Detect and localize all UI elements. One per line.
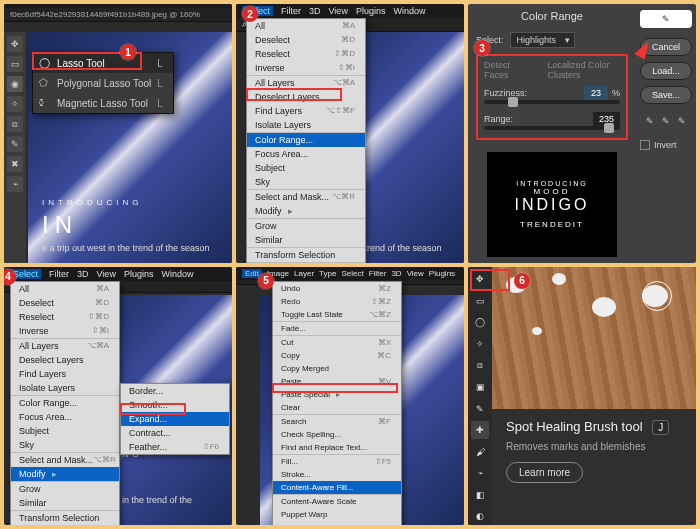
eyedropper-tool-icon[interactable]: ✎ [7, 136, 23, 152]
menu-item[interactable]: Inverse⇧⌘I [247, 61, 365, 75]
menu-filter[interactable]: Filter [281, 6, 301, 16]
menu-item[interactable]: Search⌘F [273, 414, 401, 428]
gradient-tool-icon[interactable]: ◐ [471, 508, 489, 525]
marquee-tool-icon[interactable]: ▭ [471, 292, 489, 310]
menu-item[interactable]: Deselect⌘D [247, 33, 365, 47]
menu-item[interactable]: Find and Replace Text... [273, 441, 401, 454]
menu-item[interactable]: Grow [11, 481, 119, 496]
eraser-tool-icon[interactable]: ◧ [471, 486, 489, 504]
menu-item[interactable]: Similar [11, 496, 119, 510]
menu-window[interactable]: Window [393, 6, 425, 16]
load-button[interactable]: Load... [640, 62, 692, 80]
menu-3d[interactable]: 3D [77, 269, 89, 279]
menu-item[interactable]: Grow [247, 218, 365, 233]
flyout-item-polygonal[interactable]: ⬠ Polygonal Lasso Tool L [33, 73, 173, 93]
menu-item[interactable]: Focus Area... [11, 410, 119, 424]
menu-item[interactable]: Color Range... [247, 132, 365, 147]
menu-item[interactable]: Select and Mask...⌥⌘R [247, 189, 365, 204]
menu-3d[interactable]: 3D [391, 269, 401, 278]
menu-item[interactable]: Fade... [273, 321, 401, 335]
flyout-item-magnetic[interactable]: ⧲ Magnetic Lasso Tool L [33, 93, 173, 113]
menu-item[interactable]: Deselect⌘D [11, 296, 119, 310]
frame-tool-icon[interactable]: ▣ [471, 378, 489, 396]
spot-heal-tool-icon[interactable]: ✚ [471, 421, 489, 439]
wand-tool-icon[interactable]: ✧ [471, 335, 489, 353]
fuzziness-slider[interactable] [484, 100, 620, 104]
menu-layer[interactable]: Layer [294, 269, 314, 278]
menu-item[interactable]: Check Spelling... [273, 428, 401, 441]
menu-item[interactable]: Puppet Warp [273, 508, 401, 521]
select-dropdown[interactable]: Highlights [510, 32, 576, 48]
menu-view[interactable]: View [329, 6, 348, 16]
menu-view[interactable]: View [97, 269, 116, 279]
menu-item[interactable]: Similar [247, 233, 365, 247]
menu-item[interactable]: Deselect Layers [11, 353, 119, 367]
menu-filter[interactable]: Filter [49, 269, 69, 279]
menu-filter[interactable]: Filter [369, 269, 387, 278]
menu-item[interactable]: Perspective Warp [273, 521, 401, 526]
save-button[interactable]: Save... [640, 86, 692, 104]
marquee-tool-icon[interactable]: ▭ [7, 56, 23, 72]
menu-item[interactable]: Content-Aware Scale [273, 494, 401, 508]
menu-item[interactable]: Contract... [121, 426, 229, 440]
brush-tool-icon[interactable]: 🖌 [471, 443, 489, 461]
menu-item[interactable]: Content-Aware Fill... [273, 481, 401, 494]
eyedropper-icon[interactable]: ✎ [659, 12, 673, 26]
menu-item[interactable]: Transform Selection [247, 247, 365, 262]
menu-item[interactable]: Modify [247, 204, 365, 218]
invert-checkbox[interactable]: Invert [640, 140, 692, 150]
menu-item[interactable]: Undo⌘Z [273, 282, 401, 295]
lasso-tool-icon[interactable]: ◉ [7, 76, 23, 92]
document-tab[interactable]: f0ec6df5442e29293814489f491b1b489.jpeg @… [4, 8, 232, 22]
menu-item[interactable]: Transform Selection [11, 510, 119, 525]
lasso-tool-icon[interactable]: ◯ [471, 314, 489, 332]
crop-tool-icon[interactable]: ⧈ [7, 116, 23, 132]
menu-item[interactable]: Subject [11, 424, 119, 438]
menu-3d[interactable]: 3D [309, 6, 321, 16]
crop-tool-icon[interactable]: ⧈ [471, 357, 489, 375]
menu-item[interactable]: Copy Merged [273, 362, 401, 375]
menu-plugins[interactable]: Plugins [356, 6, 386, 16]
menu-select[interactable]: Select [341, 269, 363, 278]
eyedropper-sub-icon[interactable]: ✎ [675, 114, 689, 128]
menu-item[interactable]: Reselect⇧⌘D [247, 47, 365, 61]
eyedropper-icon[interactable]: ✎ [643, 114, 657, 128]
menu-item[interactable]: Border... [121, 384, 229, 398]
menu-item[interactable]: Reselect⇧⌘D [11, 310, 119, 324]
menu-item[interactable]: Find Layers⌥⇧⌘F [247, 104, 365, 118]
menu-window[interactable]: Window [161, 269, 193, 279]
menu-view[interactable]: View [407, 269, 424, 278]
menu-item[interactable]: Clear [273, 401, 401, 414]
menu-item[interactable]: Select and Mask...⌥⌘R [11, 452, 119, 467]
menu-item[interactable]: All Layers⌥⌘A [11, 338, 119, 353]
menu-item[interactable]: Subject [247, 161, 365, 175]
clone-tool-icon[interactable]: ⌁ [471, 464, 489, 482]
menu-item[interactable]: Edit in Quick Mask Mode [247, 262, 365, 263]
eyedropper-add-icon[interactable]: ✎ [659, 114, 673, 128]
menu-item[interactable]: All⌘A [247, 19, 365, 33]
menu-item[interactable]: Feather...⇧F6 [121, 440, 229, 454]
move-tool-icon[interactable]: ✥ [7, 36, 23, 52]
menu-item[interactable]: Isolate Layers [247, 118, 365, 132]
menu-item[interactable]: Color Range... [11, 395, 119, 410]
menu-item[interactable]: Cut⌘X [273, 335, 401, 349]
learn-more-button[interactable]: Learn more [506, 462, 583, 483]
menu-item[interactable]: Find Layers [11, 367, 119, 381]
menu-item[interactable]: Fill...⇧F5 [273, 454, 401, 468]
menu-plugins[interactable]: Plugins [124, 269, 154, 279]
brush-tool-icon[interactable]: ✖ [7, 156, 23, 172]
menu-item[interactable]: Focus Area... [247, 147, 365, 161]
range-slider[interactable] [484, 126, 620, 130]
wand-tool-icon[interactable]: ✧ [7, 96, 23, 112]
menu-item[interactable]: Sky [247, 175, 365, 189]
menu-item[interactable]: Modify [11, 467, 119, 481]
menu-item[interactable]: Redo⇧⌘Z [273, 295, 401, 308]
fuzziness-value[interactable]: 23 [584, 86, 608, 100]
menu-item[interactable]: Edit in Quick Mask Mode [11, 525, 119, 526]
menu-item[interactable]: Inverse⇧⌘I [11, 324, 119, 338]
menu-item[interactable]: Isolate Layers [11, 381, 119, 395]
eyedropper-tool-icon[interactable]: ✎ [471, 400, 489, 418]
menu-item[interactable]: Copy⌘C [273, 349, 401, 362]
clone-tool-icon[interactable]: ⌁ [7, 176, 23, 192]
menu-item[interactable]: All⌘A [11, 282, 119, 296]
